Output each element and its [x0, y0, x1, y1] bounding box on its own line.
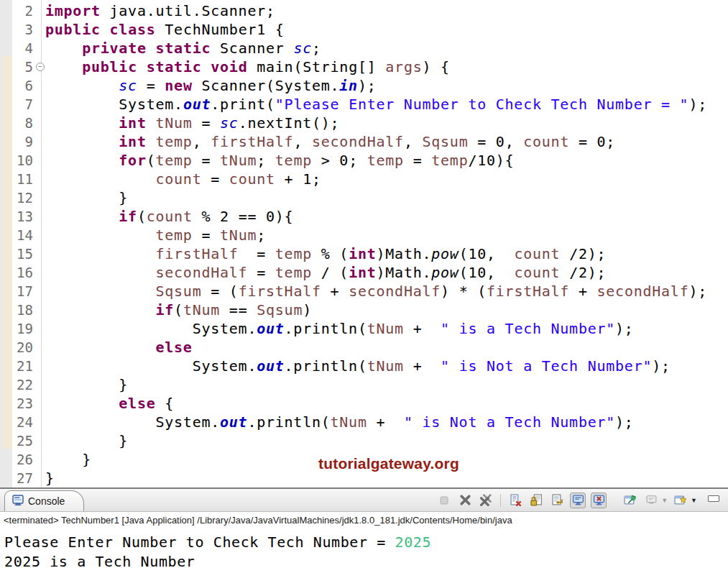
code-line[interactable]: int temp, firstHalf, secondHalf, Sqsum =… [45, 132, 728, 151]
scroll-lock-icon[interactable] [528, 493, 544, 508]
code-line[interactable]: } [45, 188, 728, 207]
line-number: 27 [0, 469, 37, 487]
toolbar-separator [500, 494, 501, 507]
console-prompt-text: Please Enter Number to Check Tech Number… [4, 533, 395, 551]
line-number: 19 [0, 319, 37, 338]
line-number: 3 [0, 20, 37, 39]
line-number: 21 [0, 357, 37, 375]
line-number: 16 [0, 263, 37, 282]
code-line[interactable]: System.out.println(tNum + " is Not a Tec… [45, 357, 728, 375]
line-number: 25 [0, 431, 37, 450]
terminate-icon[interactable] [436, 493, 452, 508]
code-line[interactable]: sc = new Scanner(System.in); [45, 76, 728, 95]
code-line[interactable]: else { [45, 394, 728, 413]
code-editor[interactable]: 2345−67891011121314151617181920212223242… [0, 0, 728, 487]
line-number: 23 [0, 394, 37, 413]
line-number: 26 [0, 450, 37, 469]
line-number: 13 [0, 207, 37, 226]
console-status-line: <terminated> TechNumber1 [Java Applicati… [0, 512, 728, 528]
code-line[interactable]: System.out.print("Please Enter Number to… [45, 95, 728, 114]
console-tab-label: Console [28, 495, 65, 507]
show-console-stderr-icon[interactable] [591, 493, 607, 508]
console-toolbar: ▼ ▼ [436, 493, 728, 508]
code-line[interactable]: firstHalf = temp % (int)Math.pow(10, cou… [45, 244, 728, 263]
code-line[interactable]: int tNum = sc.nextInt(); [45, 114, 728, 132]
line-number: 7 [0, 95, 37, 114]
console-output[interactable]: Please Enter Number to Check Tech Number… [0, 528, 728, 568]
remove-all-launches-icon[interactable] [478, 493, 494, 508]
display-console-chevron-down-icon[interactable]: ▼ [661, 497, 668, 504]
code-line[interactable]: } [45, 431, 728, 450]
line-number: 24 [0, 413, 37, 431]
code-line[interactable]: System.out.println(tNum + " is a Tech Nu… [45, 319, 728, 338]
display-selected-console-icon[interactable] [643, 493, 659, 508]
code-line[interactable]: import java.util.Scanner; [45, 1, 728, 20]
gutter-numbers: 2345−67891011121314151617181920212223242… [0, 1, 37, 487]
line-number: 17 [0, 282, 37, 301]
eclipse-ide-window: 2345−67891011121314151617181920212223242… [0, 0, 728, 568]
open-console-chevron-down-icon[interactable]: ▼ [691, 497, 697, 504]
code-line[interactable]: Sqsum = (firstHalf + secondHalf) * (firs… [45, 282, 728, 301]
line-number: 6 [0, 76, 37, 95]
code-lines[interactable]: import java.util.Scanner;public class Te… [42, 0, 728, 487]
console-user-input: 2025 [395, 533, 432, 551]
code-line[interactable]: count = count + 1; [45, 170, 728, 188]
minimize-icon[interactable] [708, 495, 719, 502]
line-number: 10 [0, 151, 37, 170]
show-console-stdout-icon[interactable] [570, 493, 586, 508]
watermark-text: tutorialgateway.org [318, 455, 459, 472]
tab-console[interactable]: Console [4, 490, 84, 511]
code-line[interactable]: public static void main(String[] args) { [45, 58, 728, 76]
code-line[interactable]: for(temp = tNum; temp > 0; temp = temp/1… [45, 151, 728, 170]
code-line[interactable]: temp = tNum; [45, 226, 728, 244]
line-number: 9 [0, 132, 37, 151]
code-line[interactable]: } [45, 375, 728, 394]
code-line[interactable]: System.out.println(tNum + " is Not a Tec… [45, 413, 728, 431]
line-number: 18 [0, 301, 37, 319]
line-number-gutter[interactable]: 2345−67891011121314151617181920212223242… [0, 0, 42, 487]
code-line[interactable]: else [45, 338, 728, 357]
code-line[interactable]: if(count % 2 == 0){ [45, 207, 728, 226]
line-number: 2 [0, 1, 37, 20]
line-number: 11 [0, 170, 37, 188]
line-number: 14 [0, 226, 37, 244]
line-number: 4 [0, 39, 37, 58]
line-number: 22 [0, 375, 37, 394]
console-tab-bar: Console [0, 489, 728, 512]
code-line[interactable]: if(tNum == Sqsum) [45, 301, 728, 319]
line-number: 5− [0, 58, 37, 76]
console-icon [12, 495, 24, 508]
pin-console-icon[interactable] [622, 493, 638, 508]
clear-console-icon[interactable] [507, 493, 523, 508]
word-wrap-icon[interactable] [549, 493, 565, 508]
remove-launch-icon[interactable] [457, 493, 473, 508]
line-number: 8 [0, 114, 37, 132]
line-number: 20 [0, 338, 37, 357]
open-console-icon[interactable] [673, 493, 688, 508]
fold-collapse-icon[interactable]: − [36, 63, 45, 71]
code-line[interactable]: private static Scanner sc; [45, 39, 728, 58]
console-result-text: 2025 is a Tech Number [4, 553, 195, 568]
code-line[interactable]: secondHalf = temp / (int)Math.pow(10, co… [45, 263, 728, 282]
code-line[interactable]: public class TechNumber1 { [45, 20, 728, 39]
line-number: 12 [0, 188, 37, 207]
line-number: 15 [0, 244, 37, 263]
